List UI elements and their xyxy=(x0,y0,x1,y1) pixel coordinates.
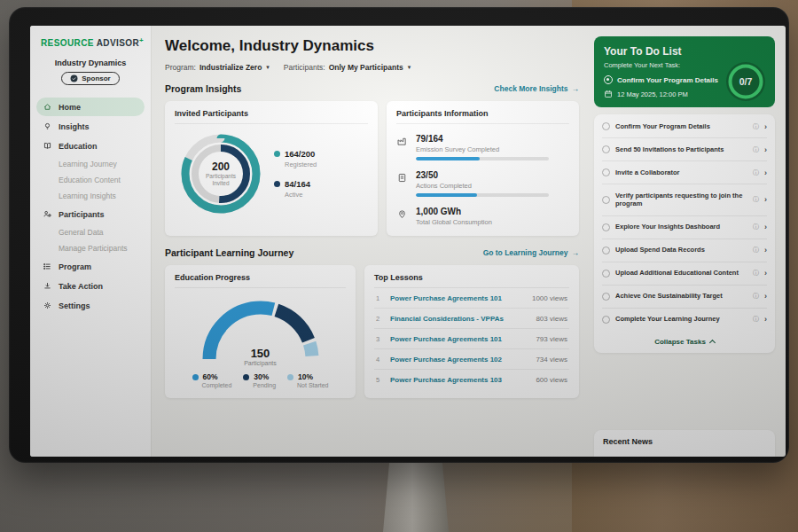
collapse-tasks-button[interactable]: Collapse Tasks xyxy=(602,331,767,352)
lesson-link[interactable]: Power Purchase Agreements 102 xyxy=(390,356,528,364)
chevron-right-icon[interactable]: › xyxy=(764,315,767,324)
legend-not-started: 10% Not Started xyxy=(287,372,328,388)
sidebar-nav: Home Insights Education Learning Journey… xyxy=(30,98,151,315)
task-row[interactable]: Upload Additional Educational Content ⓘ … xyxy=(602,262,767,286)
book-icon xyxy=(43,141,52,151)
participants-dropdown[interactable]: Only My Participants ▾ xyxy=(329,63,411,72)
card-title: Invited Participants xyxy=(175,109,368,124)
info-icon: ⓘ xyxy=(753,223,759,231)
lesson-link[interactable]: Power Purchase Agreements 103 xyxy=(390,376,528,384)
sidebar-item-manage-participants[interactable]: Manage Participants xyxy=(36,240,145,256)
app-logo: RESOURCE ADVISOR+ xyxy=(30,36,151,48)
task-row[interactable]: Send 50 Invitations to Participants ⓘ › xyxy=(602,138,767,161)
task-row[interactable]: Invite a Collaborator ⓘ › xyxy=(602,161,767,184)
chevron-right-icon[interactable]: › xyxy=(764,223,767,231)
info-icon: ⓘ xyxy=(753,145,759,154)
emission-progress-bar xyxy=(416,157,549,160)
participants-icon xyxy=(43,209,52,219)
bulb-icon xyxy=(43,121,52,131)
lesson-row: 4 Power Purchase Agreements 102 734 view… xyxy=(374,349,569,370)
task-checkbox[interactable] xyxy=(602,196,610,204)
lesson-link[interactable]: Power Purchase Agreements 101 xyxy=(390,294,525,302)
due-date-row: 12 May 2025, 12:00 PM xyxy=(604,90,721,98)
lesson-row: 5 Power Purchase Agreements 103 600 view… xyxy=(374,370,569,389)
task-row[interactable]: Upload Spend Data Records ⓘ › xyxy=(602,239,767,262)
sidebar-item-general-data[interactable]: General Data xyxy=(36,224,145,240)
chevron-right-icon[interactable]: › xyxy=(764,122,767,131)
invited-participants-card: Invited Participants 200 xyxy=(165,101,378,236)
lesson-link[interactable]: Power Purchase Agreements 101 xyxy=(390,335,528,343)
list-icon xyxy=(43,262,52,271)
chevron-down-icon: ▾ xyxy=(266,64,270,71)
invited-donut-chart: 200 Participants Invited xyxy=(175,128,267,220)
sidebar-item-learning-journey[interactable]: Learning Journey xyxy=(36,156,145,172)
gear-icon xyxy=(43,301,52,310)
check-more-insights-link[interactable]: Check More Insights → xyxy=(494,84,579,93)
chevron-right-icon[interactable]: › xyxy=(764,145,767,154)
recent-news-header: Recent News xyxy=(594,430,775,457)
info-icon: ⓘ xyxy=(753,168,759,177)
legend-registered: 164/200 Registered xyxy=(274,149,317,168)
chevron-up-icon xyxy=(709,339,716,345)
task-checkbox[interactable] xyxy=(602,168,610,176)
info-icon: ⓘ xyxy=(753,292,759,301)
task-checkbox[interactable] xyxy=(602,293,610,301)
home-icon xyxy=(43,102,52,112)
chevron-down-icon: ▾ xyxy=(408,64,411,71)
lesson-row: 2 Financial Considerations - VPPAs 803 v… xyxy=(374,309,569,329)
sidebar-item-take-action[interactable]: Take Action xyxy=(36,277,145,295)
sidebar-item-participants[interactable]: Participants xyxy=(36,205,145,223)
education-legend: 60% Completed 30% Pending 10% Not Starte… xyxy=(175,372,346,388)
task-checkbox[interactable] xyxy=(602,270,610,278)
task-row[interactable]: Explore Your Insights Dashboard ⓘ › xyxy=(602,216,767,239)
participants-information-card: Participants Information 79/164 Emission… xyxy=(387,101,579,236)
task-row[interactable]: Achieve One Sustainability Target ⓘ › xyxy=(602,286,767,309)
task-checkbox[interactable] xyxy=(602,145,610,153)
chevron-right-icon[interactable]: › xyxy=(764,168,767,177)
todo-subtitle: Complete Your Next Task: xyxy=(604,61,721,69)
photo-background: RESOURCE ADVISOR+ Industry Dynamics Spon… xyxy=(0,0,798,532)
legend-dot-teal xyxy=(274,151,280,157)
sponsor-badge[interactable]: Sponsor xyxy=(61,72,119,85)
task-checkbox[interactable] xyxy=(602,122,610,130)
task-row[interactable]: Verify participants requesting to join t… xyxy=(602,184,767,216)
sidebar-item-home[interactable]: Home xyxy=(36,98,145,116)
chevron-right-icon[interactable]: › xyxy=(764,195,767,204)
task-checkbox[interactable] xyxy=(602,223,610,231)
legend-active: 84/164 Active xyxy=(274,179,317,199)
task-row[interactable]: Confirm Your Program Details ⓘ › xyxy=(602,115,767,138)
learning-journey-title: Participant Learning Journey xyxy=(165,247,293,258)
sidebar-item-insights[interactable]: Insights xyxy=(36,117,145,136)
emission-survey-row: 79/164 Emission Survey Completed xyxy=(396,134,569,160)
card-title: Education Progress xyxy=(175,273,346,288)
lesson-link[interactable]: Financial Considerations - VPPAs xyxy=(390,315,528,323)
chevron-right-icon[interactable]: › xyxy=(764,246,767,254)
go-to-learning-journey-link[interactable]: Go to Learning Journey → xyxy=(483,248,579,257)
sidebar-item-education[interactable]: Education xyxy=(36,137,145,155)
sidebar-item-settings[interactable]: Settings xyxy=(36,296,145,315)
lesson-row: 1 Power Purchase Agreements 101 1000 vie… xyxy=(374,288,569,309)
sidebar-item-program[interactable]: Program xyxy=(36,257,145,276)
factory-icon xyxy=(396,135,409,151)
task-checkbox[interactable] xyxy=(602,246,610,254)
gauge-center-label: Participants xyxy=(194,360,327,366)
actions-completed-row: 23/50 Actions Completed xyxy=(396,170,569,197)
chevron-right-icon[interactable]: › xyxy=(764,269,767,278)
info-icon: ⓘ xyxy=(753,195,759,204)
sidebar-item-education-content[interactable]: Education Content xyxy=(36,172,145,188)
page-title: Welcome, Industry Dynamics xyxy=(165,37,579,55)
program-dropdown[interactable]: Industrialize Zero ▾ xyxy=(200,63,270,72)
main-content: Welcome, Industry Dynamics Program: Indu… xyxy=(152,26,589,457)
info-icon: ⓘ xyxy=(753,122,759,131)
target-icon xyxy=(604,75,613,84)
chevron-right-icon[interactable]: › xyxy=(764,292,767,301)
monitor-stand xyxy=(383,459,449,532)
top-lessons-card: Top Lessons 1 Power Purchase Agreements … xyxy=(364,265,579,398)
sidebar-item-learning-insights[interactable]: Learning Insights xyxy=(36,188,145,204)
location-pin-icon xyxy=(396,207,409,223)
info-icon: ⓘ xyxy=(753,246,759,254)
legend-dot-navy xyxy=(274,181,280,187)
task-checkbox[interactable] xyxy=(602,316,610,324)
next-task-row[interactable]: Confirm Your Program Details xyxy=(604,75,721,84)
task-row[interactable]: Complete Your Learning Journey ⓘ › xyxy=(602,309,767,331)
